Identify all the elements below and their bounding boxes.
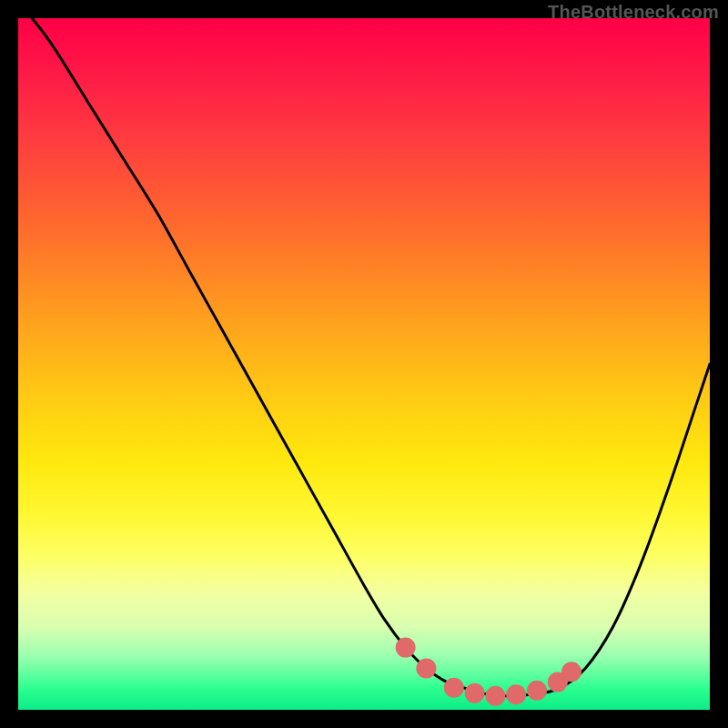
valley-marker — [562, 662, 581, 681]
watermark-text: TheBottleneck.com — [548, 2, 719, 23]
valley-marker — [528, 682, 546, 700]
valley-marker — [466, 684, 484, 703]
valley-marker — [397, 639, 415, 657]
chart-frame: TheBottleneck.com — [0, 0, 728, 728]
marker-layer — [397, 639, 581, 705]
valley-marker — [507, 685, 525, 703]
plot-area — [18, 18, 710, 710]
valley-marker — [417, 659, 435, 677]
valley-marker — [486, 687, 504, 705]
curve-layer — [18, 18, 710, 710]
bottleneck-curve — [32, 18, 710, 696]
valley-marker — [445, 679, 463, 697]
